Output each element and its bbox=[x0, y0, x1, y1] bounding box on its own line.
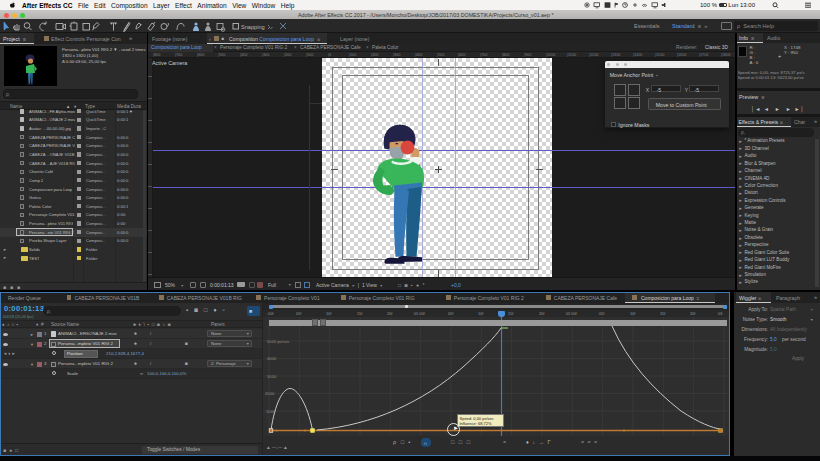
svg-text:Snapping: Snapping bbox=[241, 23, 265, 29]
